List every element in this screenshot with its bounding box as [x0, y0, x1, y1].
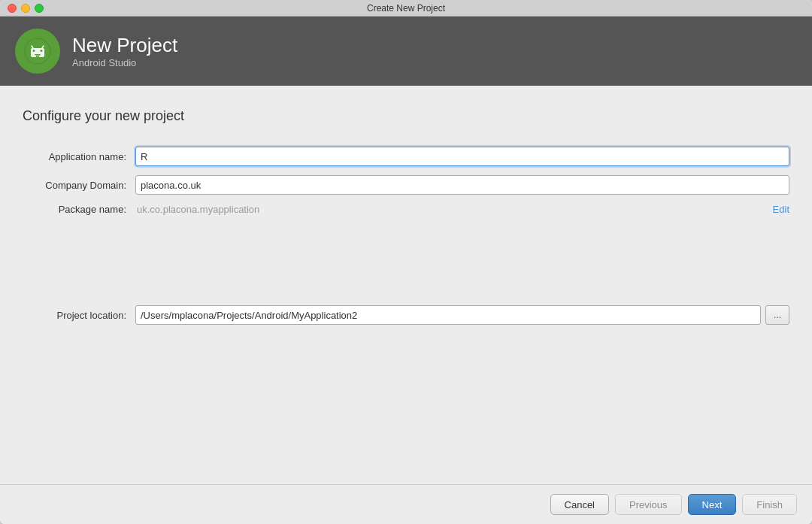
minimize-button[interactable] — [21, 4, 30, 13]
browse-button[interactable]: ... — [765, 305, 789, 325]
svg-point-3 — [41, 50, 43, 52]
application-name-label: Application name: — [30, 151, 135, 162]
header-text: New Project Android Studio — [72, 34, 177, 68]
company-domain-input[interactable] — [135, 175, 789, 195]
content-area: Configure your new project Application n… — [0, 86, 812, 484]
package-name-value: uk.co.placona.myapplication — [135, 204, 773, 215]
traffic-lights — [8, 4, 44, 13]
project-location-label: Project location: — [30, 310, 135, 321]
window-title: Create New Project — [367, 3, 445, 14]
cancel-button[interactable]: Cancel — [550, 494, 609, 515]
footer: Cancel Previous Next Finish — [0, 484, 812, 524]
package-name-row: Package name: uk.co.placona.myapplicatio… — [30, 204, 789, 215]
android-studio-logo: A — [15, 29, 60, 74]
company-domain-label: Company Domain: — [30, 180, 135, 191]
finish-button[interactable]: Finish — [742, 494, 797, 515]
section-title: Configure your new project — [23, 108, 789, 124]
maximize-button[interactable] — [35, 4, 44, 13]
previous-button[interactable]: Previous — [615, 494, 682, 515]
next-button[interactable]: Next — [688, 494, 737, 515]
project-location-input[interactable] — [135, 305, 761, 325]
application-name-input[interactable] — [135, 147, 789, 166]
title-bar: Create New Project — [0, 0, 812, 17]
svg-point-2 — [33, 50, 35, 52]
header: A New Project Android Studio — [0, 17, 812, 86]
spacer — [30, 238, 789, 298]
svg-text:A: A — [35, 53, 41, 60]
header-title: New Project — [72, 34, 177, 57]
header-subtitle: Android Studio — [72, 57, 177, 68]
company-domain-row: Company Domain: — [30, 175, 789, 195]
logo-icon: A — [23, 37, 52, 65]
main-window: Create New Project A New Project Android… — [0, 0, 812, 524]
project-location-row: Project location: ... — [30, 305, 789, 325]
close-button[interactable] — [8, 4, 17, 13]
package-name-label: Package name: — [30, 204, 135, 215]
form-area: Application name: Company Domain: Packag… — [23, 147, 789, 469]
application-name-row: Application name: — [30, 147, 789, 166]
edit-package-link[interactable]: Edit — [773, 204, 789, 215]
